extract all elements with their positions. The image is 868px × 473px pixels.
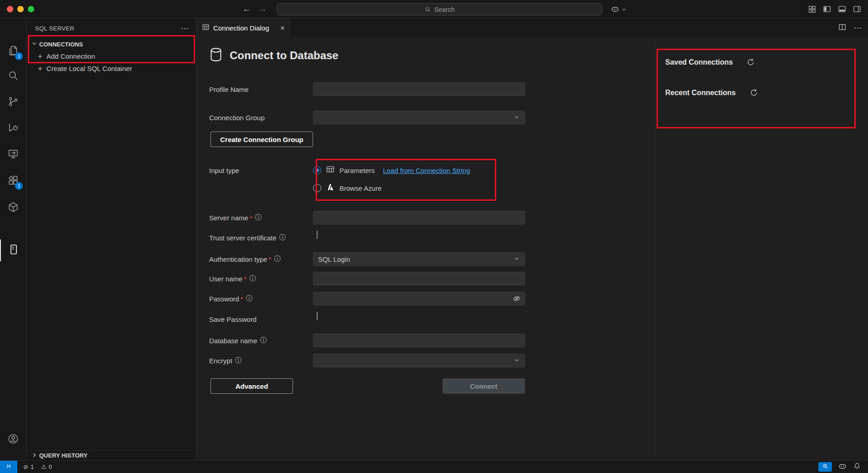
chevron-down-icon	[514, 114, 520, 122]
label-text: Profile Name	[209, 86, 249, 93]
connection-group-select[interactable]	[313, 111, 525, 124]
azure-icon	[326, 183, 335, 193]
info-icon[interactable]: ⓘ	[255, 214, 262, 222]
sidebar-title: SQL SERVER	[35, 25, 74, 32]
sidebar-item-search[interactable]	[0, 66, 26, 87]
warning-icon: ⚠	[41, 463, 46, 470]
browse-azure-radio[interactable]	[313, 184, 321, 192]
chevron-right-icon	[31, 452, 38, 460]
add-icon: +	[36, 65, 44, 73]
profile-name-input[interactable]	[313, 82, 525, 96]
user-name-input[interactable]	[313, 272, 525, 285]
form-row-user-name: User name * ⓘ	[196, 272, 525, 285]
search-command-center[interactable]: Search	[277, 3, 602, 15]
toggle-panel-icon[interactable]	[837, 5, 847, 14]
server-name-input[interactable]	[313, 211, 525, 224]
parameters-radio[interactable]	[313, 166, 321, 174]
info-icon[interactable]: ⓘ	[274, 255, 280, 263]
container-cube-icon	[7, 201, 19, 215]
eye-off-icon[interactable]	[513, 295, 521, 305]
sidebar-header: SQL SERVER ⋯	[26, 18, 196, 38]
sidebar-item-explorer[interactable]: 1	[0, 41, 26, 62]
search-icon	[7, 70, 19, 83]
add-connection-item[interactable]: + Add Connection	[26, 50, 196, 62]
query-history-label: QUERY HISTORY	[39, 452, 87, 459]
remote-indicator[interactable]	[0, 461, 17, 473]
save-password-checkbox[interactable]	[317, 312, 318, 320]
query-history-section-header[interactable]: QUERY HISTORY	[26, 450, 196, 460]
sidebar-item-sql-server[interactable]	[0, 239, 26, 261]
forward-icon[interactable]: →	[258, 4, 267, 14]
toggle-secondary-sidebar-icon[interactable]	[853, 5, 862, 14]
database-name-input[interactable]	[313, 334, 525, 347]
error-count: 1	[31, 463, 34, 470]
add-icon: +	[36, 52, 44, 61]
sidebar-item-source-control[interactable]	[0, 92, 26, 113]
create-local-sql-container-item[interactable]: + Create Local SQL Container	[26, 62, 196, 75]
recent-connections-header: Recent Connections	[665, 88, 758, 97]
user-name-label: User name * ⓘ	[209, 272, 256, 285]
advanced-button[interactable]: Advanced	[211, 378, 293, 394]
copilot-icon[interactable]	[838, 462, 847, 472]
customize-layout-icon[interactable]	[808, 5, 817, 14]
accounts-button[interactable]	[0, 429, 26, 451]
close-icon[interactable]: ×	[280, 24, 285, 32]
error-icon: ⊘	[23, 463, 28, 470]
parameters-radio-row: Parameters Load from Connection String	[313, 163, 470, 177]
zoom-in-icon	[822, 463, 829, 471]
password-input[interactable]	[313, 292, 525, 305]
connections-section-header[interactable]: CONNECTIONS	[26, 38, 196, 50]
close-window-button[interactable]	[7, 6, 13, 12]
split-editor-icon[interactable]	[838, 23, 847, 33]
connection-group-label: Connection Group	[209, 111, 265, 124]
encrypt-label: Encrypt ⓘ	[209, 354, 241, 367]
maximize-window-button[interactable]	[28, 6, 34, 12]
create-connection-group-button[interactable]: Create Connection Group	[211, 132, 313, 147]
panel-divider	[655, 38, 655, 460]
sidebar-item-run-and-debug[interactable]	[0, 117, 26, 139]
parameters-table-icon	[326, 165, 335, 176]
save-password-label: Save Password	[209, 312, 257, 326]
back-icon[interactable]: ←	[242, 4, 251, 14]
search-icon	[425, 6, 431, 13]
parameters-label: Parameters	[339, 167, 375, 174]
connect-button[interactable]: Connect	[442, 378, 525, 394]
info-icon[interactable]: ⓘ	[235, 356, 241, 365]
form-row-database-name: Database name ⓘ	[196, 334, 525, 347]
zoom-status-item[interactable]	[818, 462, 832, 472]
refresh-icon[interactable]	[746, 58, 755, 66]
layout-controls	[808, 0, 862, 18]
refresh-icon[interactable]	[750, 88, 758, 97]
tab-bar: Connection Dialog × ⋯	[196, 18, 868, 38]
info-icon[interactable]: ⓘ	[260, 336, 267, 345]
toggle-primary-sidebar-icon[interactable]	[822, 5, 832, 14]
info-icon[interactable]: ⓘ	[246, 295, 252, 303]
more-actions-icon[interactable]: ⋯	[854, 23, 862, 33]
required-marker: *	[244, 275, 247, 283]
bell-icon[interactable]	[853, 462, 861, 472]
sidebar-item-remote-explorer[interactable]	[0, 144, 26, 166]
database-name-label: Database name ⓘ	[209, 334, 267, 347]
info-icon[interactable]: ⓘ	[279, 234, 286, 242]
select-value: SQL Login	[318, 255, 350, 263]
create-local-sql-container-label: Create Local SQL Container	[46, 65, 132, 72]
more-actions-icon[interactable]: ⋯	[181, 25, 189, 32]
sidebar-item-extensions[interactable]: 1	[0, 170, 26, 192]
authentication-type-select[interactable]: SQL Login	[313, 252, 525, 266]
editor-group: Connection Dialog × ⋯ Connect to Databas…	[196, 18, 868, 460]
copilot-menu-button[interactable]	[611, 0, 627, 18]
recent-connections-title: Recent Connections	[665, 89, 736, 97]
info-icon[interactable]: ⓘ	[249, 275, 256, 283]
trust-server-certificate-checkbox[interactable]	[317, 230, 318, 239]
sidebar-item-containers[interactable]	[0, 197, 26, 219]
form-row-save-password: Save Password	[196, 312, 525, 326]
load-from-connection-string-link[interactable]: Load from Connection String	[383, 167, 470, 174]
sql-server-icon	[8, 244, 20, 257]
encrypt-select[interactable]	[313, 354, 525, 367]
dialog-heading: Connect to Database	[208, 46, 339, 65]
form-row-authentication-type: Authentication type * ⓘ SQL Login	[196, 252, 525, 266]
tab-connection-dialog[interactable]: Connection Dialog ×	[196, 18, 290, 38]
minimize-window-button[interactable]	[17, 6, 24, 12]
form-row-password: Password * ⓘ	[196, 292, 525, 305]
problems-status[interactable]: ⊘ 1 ⚠ 0	[23, 463, 52, 470]
